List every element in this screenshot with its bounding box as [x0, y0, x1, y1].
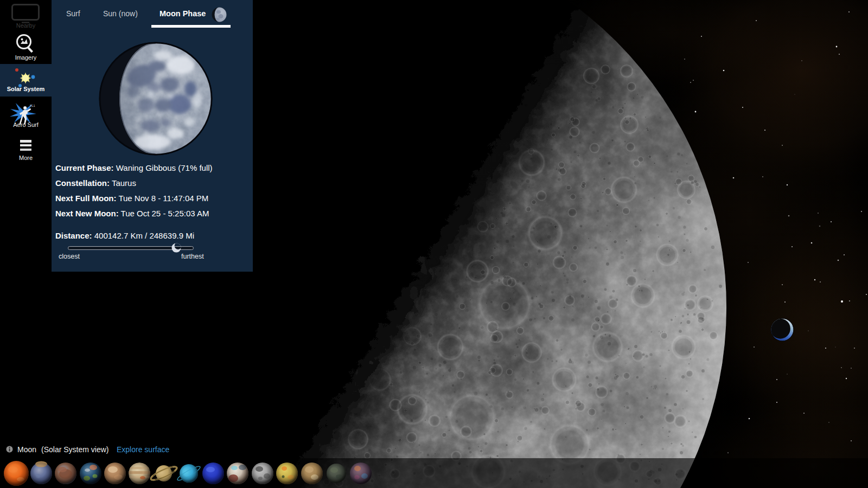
svg-text:FL1: FL1 [30, 104, 35, 107]
